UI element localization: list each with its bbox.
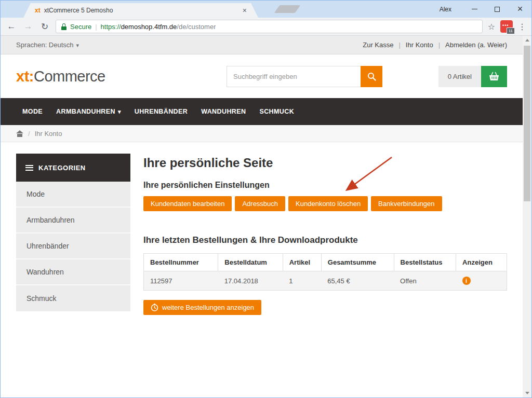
cart-widget: 0 Artikel bbox=[438, 66, 507, 87]
maximize-button[interactable] bbox=[486, 2, 509, 17]
scroll-down-icon[interactable] bbox=[523, 389, 531, 397]
titlebar: xt xtCommerce 5 Demosho × Alex bbox=[1, 1, 531, 18]
col-header-bestellnummer: Bestellnummer bbox=[144, 254, 218, 271]
menu-icon bbox=[25, 165, 33, 171]
cell-total: 65,45 € bbox=[321, 271, 394, 291]
language-label: Sprachen: Deutsch bbox=[16, 41, 74, 49]
link-zur-kasse[interactable]: Zur Kasse bbox=[363, 41, 393, 49]
sidebar-item-wanduhren[interactable]: Wanduhren bbox=[16, 259, 130, 285]
clock-icon bbox=[151, 304, 158, 311]
nav-item-armbanduhren[interactable]: ARMBANDUHREN bbox=[50, 108, 127, 115]
omnibox-divider: | bbox=[95, 23, 97, 31]
col-header-anzeigen: Anzeigen bbox=[456, 254, 507, 271]
nav-item-wanduhren[interactable]: WANDUHREN bbox=[195, 108, 252, 115]
extension-icon[interactable]: ••• 11 bbox=[500, 20, 513, 33]
cart-button[interactable] bbox=[481, 66, 507, 87]
main-content: Ihre persönliche Seite Ihre persönlichen… bbox=[143, 154, 507, 315]
basket-icon bbox=[488, 72, 500, 81]
bookmark-star-icon[interactable] bbox=[488, 22, 495, 32]
tab-title: xtCommerce 5 Demosho bbox=[44, 7, 239, 14]
browser-menu-icon[interactable] bbox=[518, 22, 526, 32]
sidebar-header: KATEGORIEN bbox=[16, 154, 130, 182]
breadcrumb: / Ihr Konto bbox=[1, 125, 523, 142]
sidebar-item-schmuck[interactable]: Schmuck bbox=[16, 285, 130, 311]
col-header-bestelldatum: Bestelldatum bbox=[218, 254, 283, 271]
address-book-button[interactable]: Adressbuch bbox=[235, 196, 285, 211]
page-title: Ihre persönliche Seite bbox=[143, 156, 507, 170]
chevron-down-icon bbox=[76, 41, 79, 49]
nav-item-uhrenbaender[interactable]: UHRENBÄNDER bbox=[128, 108, 194, 115]
browser-toolbar: Secure | https://demoshop.4tfm.de/de/cus… bbox=[1, 18, 531, 36]
search-button[interactable] bbox=[361, 66, 382, 87]
cell-order-number: 112597 bbox=[144, 271, 218, 291]
language-selector[interactable]: Sprachen: Deutsch bbox=[16, 41, 79, 49]
back-icon[interactable] bbox=[6, 21, 17, 32]
scrollbar-thumb[interactable] bbox=[524, 46, 530, 201]
edit-customer-data-button[interactable]: Kundendaten bearbeiten bbox=[143, 196, 232, 211]
col-header-bestellstatus: Bestellstatus bbox=[394, 254, 456, 271]
minimize-icon bbox=[472, 9, 477, 9]
new-tab-button[interactable] bbox=[274, 5, 301, 13]
url-text: https://demoshop.4tfm.de/de/customer bbox=[101, 23, 216, 31]
search-input[interactable] bbox=[227, 66, 361, 87]
cart-count: 0 Artikel bbox=[438, 66, 481, 87]
chevron-down-icon bbox=[118, 108, 121, 115]
order-info-icon[interactable] bbox=[462, 277, 471, 285]
site-header: xt:Commerce 0 Artikel bbox=[1, 54, 523, 98]
close-icon bbox=[517, 4, 523, 14]
settings-buttons: Kundendaten bearbeiten Adressbuch Kunden… bbox=[143, 196, 507, 211]
search-icon bbox=[367, 72, 376, 81]
page-viewport: Sprachen: Deutsch Zur Kasse | Ihr Konto … bbox=[1, 36, 531, 397]
search-bar bbox=[227, 66, 382, 87]
reload-icon[interactable] bbox=[39, 21, 50, 32]
sidebar-item-uhrenbaender[interactable]: Uhrenbänder bbox=[16, 234, 130, 259]
cell-article-count: 1 bbox=[283, 271, 321, 291]
link-ihr-konto[interactable]: Ihr Konto bbox=[406, 41, 433, 49]
table-row: 112597 17.04.2018 1 65,45 € Offen bbox=[144, 271, 507, 291]
extension-badge: 11 bbox=[507, 28, 515, 34]
home-icon[interactable] bbox=[16, 130, 23, 137]
tab-favicon: xt bbox=[35, 7, 41, 14]
cell-order-date: 17.04.2018 bbox=[218, 271, 283, 291]
close-button[interactable] bbox=[509, 2, 531, 17]
bank-details-button[interactable]: Bankverbindungen bbox=[371, 196, 442, 211]
page-scrollbar[interactable] bbox=[523, 36, 531, 397]
main-navigation: MODE ARMBANDUHREN UHRENBÄNDER WANDUHREN … bbox=[1, 98, 523, 125]
link-abmelden[interactable]: Abmelden (a. Weier) bbox=[445, 41, 507, 49]
tab-close-icon[interactable]: × bbox=[243, 6, 247, 15]
cell-status: Offen bbox=[394, 271, 456, 291]
sidebar-item-armbanduhren[interactable]: Armbanduhren bbox=[16, 208, 130, 234]
settings-heading: Ihre persönlichen Einstellungen bbox=[143, 181, 507, 190]
orders-table: Bestellnummer Bestelldatum Artikel Gesam… bbox=[143, 253, 507, 291]
browser-tab[interactable]: xt xtCommerce 5 Demosho × bbox=[23, 3, 258, 18]
orders-section: Ihre letzten Bestellungen & Ihre Downloa… bbox=[143, 235, 507, 315]
more-orders-button[interactable]: weitere Bestellungen anzeigen bbox=[143, 300, 261, 315]
secure-label: Secure bbox=[70, 23, 91, 31]
col-header-artikel: Artikel bbox=[283, 254, 321, 271]
profile-name[interactable]: Alex bbox=[440, 6, 451, 13]
forward-icon[interactable] bbox=[22, 21, 34, 32]
delete-account-button[interactable]: Kundenkonto löschen bbox=[288, 196, 368, 211]
browser-window: xt xtCommerce 5 Demosho × Alex Secure | … bbox=[0, 0, 532, 398]
nav-item-schmuck[interactable]: SCHMUCK bbox=[253, 108, 300, 115]
scroll-up-icon[interactable] bbox=[523, 36, 531, 45]
breadcrumb-current: Ihr Konto bbox=[35, 130, 62, 138]
orders-heading: Ihre letzten Bestellungen & Ihre Downloa… bbox=[143, 235, 507, 245]
nav-item-mode[interactable]: MODE bbox=[16, 108, 49, 115]
maximize-icon bbox=[495, 7, 500, 12]
sidebar-title: KATEGORIEN bbox=[38, 164, 86, 172]
category-sidebar: KATEGORIEN Mode Armbanduhren Uhrenbänder… bbox=[16, 154, 130, 311]
address-bar[interactable]: Secure | https://demoshop.4tfm.de/de/cus… bbox=[56, 20, 483, 33]
sidebar-item-mode[interactable]: Mode bbox=[16, 182, 130, 208]
col-header-gesamtsumme: Gesamtsumme bbox=[321, 254, 394, 271]
account-links: Zur Kasse | Ihr Konto | Abmelden (a. Wei… bbox=[363, 41, 507, 49]
language-bar: Sprachen: Deutsch Zur Kasse | Ihr Konto … bbox=[1, 36, 523, 54]
minimize-button[interactable] bbox=[463, 2, 486, 17]
secure-lock-icon bbox=[61, 23, 66, 30]
shop-logo[interactable]: xt:Commerce bbox=[16, 68, 227, 85]
